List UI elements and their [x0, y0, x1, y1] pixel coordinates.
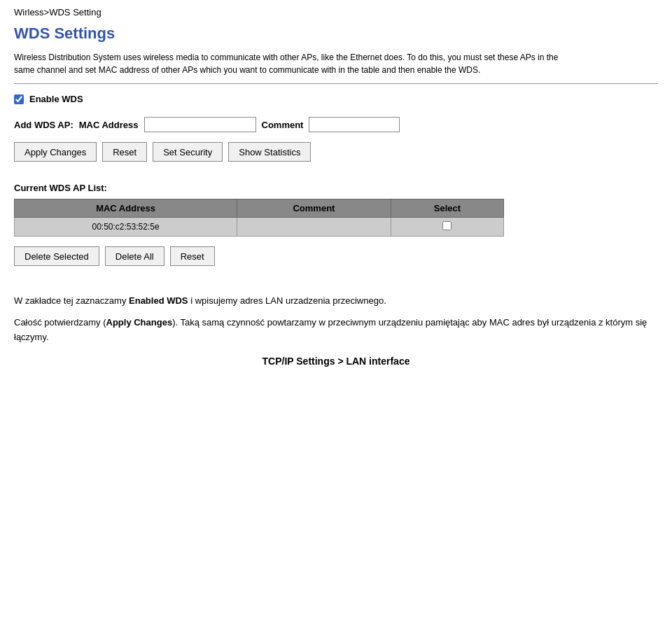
footer-p1-before: W zakładce tej zaznaczamy [14, 295, 129, 306]
show-statistics-button[interactable]: Show Statistics [228, 142, 311, 162]
col-comment: Comment [237, 199, 391, 218]
apply-changes-button[interactable]: Apply Changes [14, 142, 97, 162]
add-ap-row: Add WDS AP: MAC Address Comment [14, 117, 658, 132]
page-title: WDS Settings [14, 24, 658, 43]
mac-address-input[interactable] [144, 117, 256, 132]
breadcrumb: Wirless>WDS Setting [14, 7, 658, 17]
delete-all-button[interactable]: Delete All [105, 246, 164, 266]
footer-p2-bold: Apply Changes [106, 317, 173, 328]
col-mac-address: MAC Address [15, 199, 237, 218]
comment-label: Comment [262, 120, 304, 130]
enable-wds-checkbox[interactable] [14, 94, 24, 104]
row-select-checkbox[interactable] [442, 221, 451, 230]
enable-wds-row: Enable WDS [14, 94, 658, 104]
action-buttons-row: Apply Changes Reset Set Security Show St… [14, 142, 658, 162]
reset-button[interactable]: Reset [102, 142, 147, 162]
footer-p2-before: Całość potwierdzamy ( [14, 317, 106, 328]
table-cell-select [391, 218, 503, 237]
table-cell-mac: 00:50:c2:53:52:5e [15, 218, 237, 237]
table-header-row: MAC Address Comment Select [15, 199, 504, 218]
table-row: 00:50:c2:53:52:5e [15, 218, 504, 237]
footer-p1-bold: Enabled WDS [129, 295, 188, 306]
current-list-label: Current WDS AP List: [14, 183, 658, 193]
col-select: Select [391, 199, 503, 218]
enable-wds-label: Enable WDS [29, 94, 83, 104]
tcp-ip-title: TCP/IP Settings > LAN interface [14, 356, 658, 367]
set-security-button[interactable]: Set Security [153, 142, 223, 162]
delete-reset-button[interactable]: Reset [170, 246, 215, 266]
section-description: Wireless Distribution System uses wirele… [14, 51, 560, 76]
mac-address-label: MAC Address [79, 120, 139, 130]
footer-paragraph-2: Całość potwierdzamy (Apply Changes). Tak… [14, 316, 658, 345]
footer-p1-after: i wpisujemy adres LAN urzadzenia przeciw… [188, 295, 386, 306]
footer-paragraph-1: W zakładce tej zaznaczamy Enabled WDS i … [14, 294, 658, 309]
comment-input[interactable] [309, 117, 400, 132]
ap-table: MAC Address Comment Select 00:50:c2:53:5… [14, 199, 504, 237]
table-cell-comment [237, 218, 391, 237]
add-ap-label: Add WDS AP: [14, 120, 74, 130]
delete-selected-button[interactable]: Delete Selected [14, 246, 99, 266]
divider [14, 83, 658, 84]
delete-buttons-row: Delete Selected Delete All Reset [14, 246, 658, 266]
